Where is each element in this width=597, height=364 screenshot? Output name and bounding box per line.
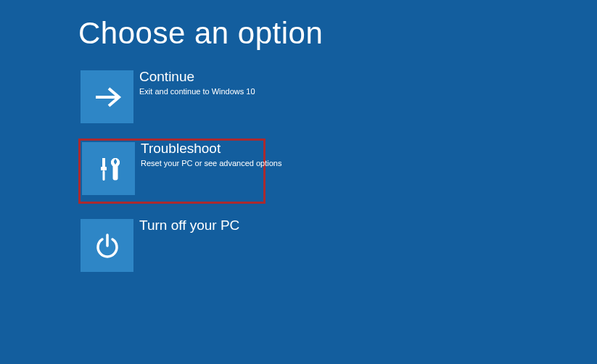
svg-rect-10 (101, 167, 107, 170)
option-continue[interactable]: Continue Exit and continue to Windows 10 (78, 68, 270, 125)
option-text: Troubleshoot Reset your PC or see advanc… (141, 142, 281, 168)
svg-rect-11 (102, 170, 104, 181)
option-desc: Exit and continue to Windows 10 (139, 86, 255, 96)
tools-icon (82, 142, 135, 195)
winre-screen: Choose an option Continue Exit and conti… (0, 0, 597, 287)
svg-rect-8 (93, 153, 125, 185)
option-turn-off[interactable]: Turn off your PC (78, 217, 270, 274)
option-desc: Reset your PC or see advanced options (141, 158, 281, 168)
option-text: Continue Exit and continue to Windows 10 (139, 70, 255, 96)
option-troubleshoot[interactable]: Troubleshoot Reset your PC or see advanc… (78, 138, 265, 204)
option-text: Turn off your PC (139, 219, 239, 235)
page-title: Choose an option (78, 16, 597, 51)
svg-rect-9 (102, 158, 105, 167)
option-title: Troubleshoot (141, 141, 281, 157)
arrow-right-icon (81, 70, 133, 123)
option-title: Continue (139, 69, 255, 85)
power-icon (81, 219, 133, 272)
options-list: Continue Exit and continue to Windows 10 (78, 68, 597, 287)
option-title: Turn off your PC (139, 218, 239, 233)
